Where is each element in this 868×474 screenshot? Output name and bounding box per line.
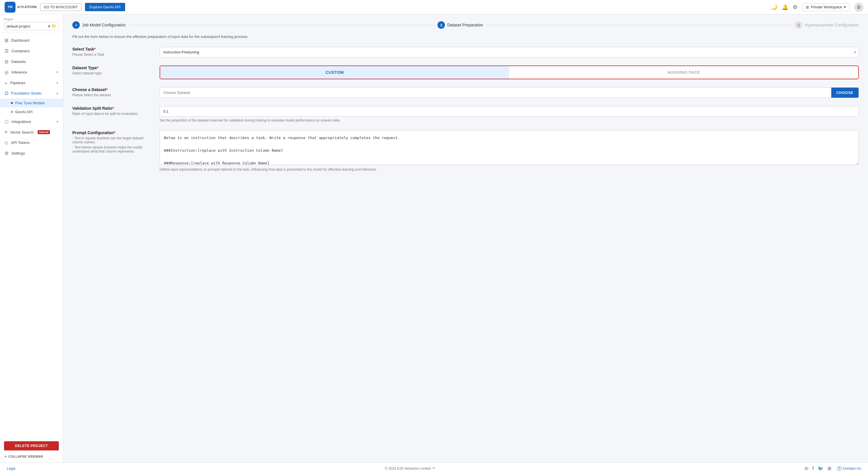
collapse-sidebar-button[interactable]: « COLLAPSE SIDEBAR [4,453,59,460]
avatar[interactable]: D [854,3,863,12]
sidebar-item-inference[interactable]: ◎ Inference ▾ [0,67,63,78]
project-label: Project [4,18,59,21]
moon-icon[interactable]: 🌙 [771,4,777,10]
prompt-title-text: Prompt Configuration [72,130,114,135]
internal-badge: Internal [38,130,50,134]
step-1-label: Job Model Configuration [82,23,126,27]
project-selector[interactable]: default-project ▾ 📁 [4,22,59,30]
copyright-text: © 2024 E2E Networks Limited ™ [385,467,435,471]
sidebar-label-pipelines: Pipelines [10,81,26,85]
legal-link[interactable]: Legal [7,467,15,471]
sidebar-label-inference: Inference [11,70,27,75]
required-asterisk-2: * [97,65,98,70]
validation-hint: Set the proportion of the dataset reserv… [160,118,859,122]
sidebar-item-fine-tune-models[interactable]: Fine Tune Models [0,98,63,108]
containers-icon: ☰ [5,48,9,54]
required-asterisk-5: * [114,130,115,135]
choose-dataset-button[interactable]: CHOOSE [831,88,859,98]
prompt-textarea[interactable]: Below is an instruction that describes a… [160,130,859,165]
delete-project-button[interactable]: DELETE PROJECT [4,441,59,450]
select-task-title: Select Task* [72,47,153,52]
sidebar-label-vector-search: Vector Search [10,130,34,135]
step-1: ✓ Job Model Configuration [72,21,126,29]
logo: TIR AI PLATFORM [5,2,37,12]
sidebar-item-dashboard[interactable]: ⊞ Dashboard [0,35,63,46]
workspace-icon: ⊞ [806,5,809,9]
dashboard-icon: ⊞ [5,38,8,43]
select-task-title-text: Select Task [72,47,94,52]
sidebar-item-vector-search[interactable]: ≡ Vector Search Internal [0,127,63,137]
stepper: ✓ Job Model Configuration 2 Dataset Prep… [72,21,859,29]
api-tokens-icon: ◇ [5,140,8,145]
sidebar-item-api-tokens[interactable]: ◇ API Tokens [0,137,63,148]
help-icon: ? [837,466,842,471]
dataset-type-toggle: CUSTOM HUGGING FACE [160,65,859,79]
step-1-circle: ✓ [72,21,80,29]
step-2-label: Dataset Preparation [447,23,483,27]
explore-genai-button[interactable]: Explore GenAI API [85,3,125,11]
sidebar-item-datasets[interactable]: ⊟ Datasets [0,56,63,67]
rss-icon[interactable]: ⊞ [828,466,831,471]
validation-input[interactable] [160,106,859,117]
main-content: ✓ Job Model Configuration 2 Dataset Prep… [63,14,868,463]
dataset-type-input-col: CUSTOM HUGGING FACE [160,65,859,79]
chevron-down-icon: ▾ [844,5,846,9]
workspace-button[interactable]: ⊞ Private Workspace ▾ [802,3,849,11]
footer-copyright: © 2024 E2E Networks Limited ™ [385,467,435,471]
datasets-icon: ⊟ [5,59,8,64]
inactive-dot [11,111,13,113]
prompt-desc-1: - Text in square brackets are the target… [72,136,153,144]
sidebar-item-genai-api[interactable]: GenAI API [0,108,63,116]
dataset-type-title: Dataset Type* [72,65,153,70]
folder-icon[interactable]: 📁 [51,24,56,28]
choose-dataset-wrap: CHOOSE [160,87,859,98]
chevron-right-icon: ▾ [57,120,58,123]
select-task-desc: Please Select a Task [72,53,153,57]
required-asterisk-4: * [112,106,114,111]
logo-line1: TIR [7,5,12,9]
validation-desc: Ratio of input data to be split for eval… [72,112,153,116]
sidebar-bottom: DELETE PROJECT « COLLAPSE SIDEBAR [0,438,63,463]
prompt-input-col: Below is an instruction that describes a… [160,130,859,172]
sidebar-item-foundation-studio[interactable]: ⊡ Foundation Studio ▴ [0,88,63,98]
sidebar-item-containers[interactable]: ☰ Containers [0,46,63,56]
contact-us-text: Contact Us [843,466,861,471]
validation-title-text: Validation Split Ratio [72,106,112,111]
gear-icon[interactable]: ⚙ [793,4,797,10]
validation-title: Validation Split Ratio* [72,106,153,111]
chevron-right-icon: ▾ [57,81,58,85]
navbar-left: TIR AI PLATFORM GO TO MYACCOUNT Explore … [5,2,125,12]
sidebar-label-fine-tune: Fine Tune Models [15,101,45,105]
sidebar-item-settings[interactable]: ⚙ Settings [0,148,63,158]
footer: Legal © 2024 E2E Networks Limited ™ in f… [0,463,868,474]
select-task-wrapper: Instruction-Finetuning ▾ [160,47,859,57]
choose-dataset-input[interactable] [160,88,831,98]
step-3: 3 Hyperparameter Configuration [795,21,859,29]
footer-social-icons: in f 🐦 ⊞ [805,466,831,471]
logo-box: TIR [5,2,16,12]
step-2: 2 Dataset Preparation [437,21,483,29]
sidebar-item-pipelines[interactable]: ⟁ Pipelines ▾ [0,78,63,88]
foundation-icon: ⊡ [5,90,8,96]
dataset-type-hugging-face[interactable]: HUGGING FACE [509,66,858,79]
inference-icon: ◎ [5,69,9,75]
dataset-type-custom[interactable]: CUSTOM [160,66,509,79]
pipelines-icon: ⟁ [5,80,7,85]
twitter-icon[interactable]: 🐦 [818,466,824,471]
step-subtitle: Fill out the form below to ensure the ef… [72,34,859,39]
required-asterisk-3: * [106,87,107,92]
facebook-icon[interactable]: f [812,466,813,471]
validation-input-col: Set the proportion of the dataset reserv… [160,106,859,122]
step-connector-2 [487,25,792,25]
integrations-icon: ⬡ [5,119,9,124]
select-task-field[interactable]: Instruction-Finetuning [160,47,859,57]
contact-us-link[interactable]: ? Contact Us [837,466,861,471]
linkedin-icon[interactable]: in [805,466,808,471]
bell-icon[interactable]: 🔔 [782,4,788,10]
logo-platform: AI PLATFORM [17,5,37,9]
sidebar-item-integrations[interactable]: ⬡ Integrations ▾ [0,116,63,127]
footer-right-group: in f 🐦 ⊞ ? Contact Us [805,466,861,471]
sidebar: Project default-project ▾ 📁 ⊞ Dashboard [0,14,63,463]
choose-dataset-input-col: CHOOSE [160,87,859,98]
myaccount-button[interactable]: GO TO MYACCOUNT [40,3,82,11]
